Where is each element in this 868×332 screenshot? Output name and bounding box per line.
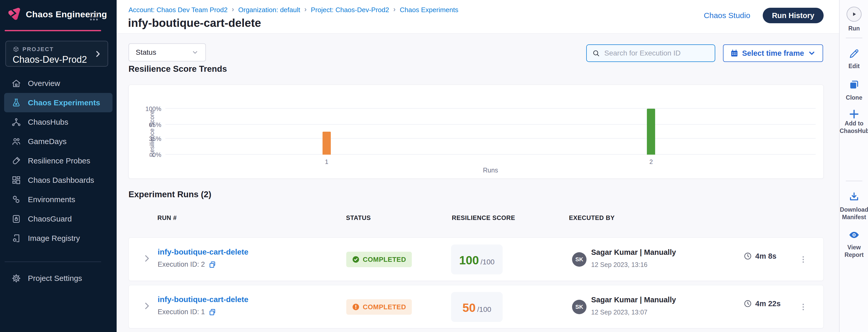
sidebar-item-gamedays[interactable]: GameDays [0, 132, 117, 151]
chart-bar-run-1[interactable] [322, 132, 331, 155]
chevron-right-icon [94, 50, 102, 58]
duration-text: 4m 22s [755, 299, 780, 308]
runs-heading: Experiment Runs (2) [128, 189, 211, 199]
flask-icon [11, 98, 21, 108]
rail-divider [846, 181, 862, 181]
breadcrumb-chaos-experiments[interactable]: Chaos Experiments [400, 6, 458, 14]
project-label-row: PROJECT [13, 46, 54, 53]
sidebar-item-project-settings[interactable]: Project Settings [0, 269, 117, 288]
trends-heading: Resilience Score Trends [128, 64, 227, 74]
run-button-label: Run [840, 25, 868, 32]
row-menu-kebab-icon[interactable] [799, 299, 808, 315]
sidebar-item-label: Chaos Experiments [28, 98, 100, 107]
score-value: 100 [459, 253, 479, 267]
run-name-link[interactable]: infy-boutique-cart-delete [158, 295, 248, 304]
sidebar-item-label: Environments [28, 195, 75, 204]
app-root: Chaos Engineering PROJECT Chaos-Dev-Prod… [0, 0, 868, 332]
sidebar-item-image-registry[interactable]: Image Registry [0, 229, 117, 248]
executed-date: 12 Sep 2023, 13:07 [591, 308, 647, 316]
guard-lock-icon [11, 214, 21, 224]
time-frame-button[interactable]: Select time frame [723, 44, 823, 62]
chart-x-axis-label: Runs [165, 167, 816, 174]
project-selector[interactable]: PROJECT Chaos-Dev-Prod2 [5, 41, 108, 67]
calendar-icon [730, 49, 739, 57]
copy-icon[interactable] [209, 261, 216, 269]
check-circle-icon [352, 255, 360, 263]
left-sidebar: Chaos Engineering PROJECT Chaos-Dev-Prod… [0, 0, 117, 332]
environments-icon [11, 195, 21, 205]
sidebar-item-chaosguard[interactable]: ChaosGuard [0, 209, 117, 229]
chart-gridline [165, 138, 816, 139]
clone-label: Clone [840, 94, 868, 101]
breadcrumb-separator: › [232, 5, 234, 13]
runs-table-header: RUN # STATUS RESILIENCE SCORE EXECUTED B… [128, 214, 824, 224]
execution-id: Execution ID: 1 [158, 308, 205, 316]
score-denominator: /100 [480, 258, 495, 266]
clone-icon[interactable] [848, 79, 860, 90]
sidebar-nav: Overview Chaos Experiments ChaosHubs [0, 73, 117, 248]
avatar: SK [572, 252, 587, 267]
content-area: Status Select time frame Resilience Scor… [117, 34, 839, 332]
expand-chevron-icon[interactable] [142, 254, 151, 263]
status-text: COMPLETED [363, 255, 406, 264]
chart-x-tick: 1 [325, 158, 328, 165]
time-frame-label: Select time frame [742, 49, 804, 58]
run-button[interactable] [846, 7, 862, 22]
clock-icon [743, 299, 752, 308]
main-area: Account: Chaos Dev Team Prod2 › Organiza… [117, 0, 839, 332]
chart-y-tick: 35% [138, 135, 161, 143]
column-run: RUN # [157, 214, 177, 221]
project-name: Chaos-Dev-Prod2 [13, 54, 87, 65]
plus-icon[interactable] [848, 109, 860, 120]
sidebar-item-chaoshubs[interactable]: ChaosHubs [0, 112, 117, 132]
sidebar-item-resilience-probes[interactable]: Resilience Probes [0, 151, 117, 171]
chart-y-tick: 0% [138, 151, 161, 158]
chart-gridline [165, 124, 816, 125]
breadcrumb-separator: › [393, 5, 396, 13]
sidebar-item-label: Project Settings [28, 274, 82, 283]
score-value: 50 [462, 301, 475, 315]
chaos-studio-link[interactable]: Chaos Studio [704, 11, 750, 20]
sidebar-item-label: ChaosGuard [28, 214, 72, 223]
copy-icon[interactable] [209, 308, 216, 316]
eye-icon[interactable] [848, 229, 860, 241]
run-history-button[interactable]: Run History [763, 8, 824, 23]
executed-date: 12 Sep 2023, 13:16 [591, 261, 647, 269]
download-icon[interactable] [848, 191, 860, 202]
breadcrumb-account[interactable]: Account: Chaos Dev Team Prod2 [128, 6, 227, 14]
breadcrumb-project[interactable]: Project: Chaos-Dev-Prod2 [311, 6, 389, 14]
row-menu-kebab-icon[interactable] [799, 251, 808, 268]
run-duration: 4m 22s [743, 299, 780, 308]
duration-text: 4m 8s [755, 252, 776, 261]
status-filter-dropdown[interactable]: Status [128, 43, 206, 61]
people-icon [11, 137, 21, 146]
run-duration: 4m 8s [743, 252, 776, 261]
resilience-score: 100 /100 [451, 244, 503, 274]
accent-underline [5, 30, 101, 31]
chart-plot: 0%35%65%100%12 [165, 109, 816, 155]
expand-chevron-icon[interactable] [142, 301, 151, 310]
breadcrumb: Account: Chaos Dev Team Prod2 › Organiza… [128, 6, 458, 14]
sidebar-item-overview[interactable]: Overview [0, 73, 117, 93]
sidebar-item-chaos-dashboards[interactable]: Chaos Dashboards [0, 171, 117, 190]
status-badge: COMPLETED [346, 252, 412, 267]
sidebar-item-environments[interactable]: Environments [0, 190, 117, 209]
sidebar-item-chaos-experiments[interactable]: Chaos Experiments [4, 93, 113, 112]
sidebar-item-label: Resilience Probes [28, 156, 90, 165]
run-name-link[interactable]: infy-boutique-cart-delete [158, 248, 248, 256]
sidebar-item-label: Chaos Dashboards [28, 176, 94, 185]
home-icon [11, 79, 21, 88]
rail-divider [846, 38, 862, 38]
breadcrumb-organization[interactable]: Organization: default [238, 6, 300, 14]
module-grid-icon[interactable] [89, 11, 99, 22]
edit-pencil-icon[interactable] [848, 48, 860, 59]
resilience-trend-chart: Resilience Score 0%35%65%100%12 Runs [128, 85, 824, 179]
image-registry-icon [11, 233, 21, 243]
chart-y-tick: 100% [138, 105, 161, 113]
chevron-down-icon [191, 49, 199, 56]
chart-bar-run-2[interactable] [647, 109, 655, 155]
search-input[interactable] [604, 49, 710, 57]
download-manifest-label: Download Manifest [840, 206, 868, 221]
executed-by-name: Sagar Kumar | Manually [591, 296, 676, 304]
executed-by-name: Sagar Kumar | Manually [591, 248, 676, 256]
